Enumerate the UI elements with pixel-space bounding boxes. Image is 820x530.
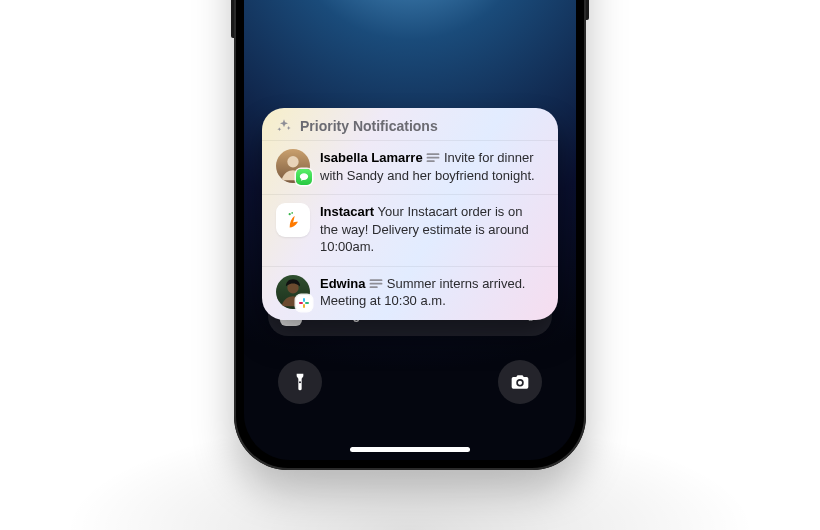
instacart-icon <box>276 203 310 237</box>
camera-button[interactable] <box>498 360 542 404</box>
notification-row[interactable]: Isabella Lamarre Invite for dinner with … <box>262 140 558 194</box>
camera-icon <box>510 372 530 392</box>
side-button[interactable] <box>586 0 589 20</box>
stage: Lia Longo Savita booked house… 41m ago P… <box>0 0 820 530</box>
svg-rect-12 <box>370 283 383 285</box>
priority-notifications-card[interactable]: Priority Notifications Isabella Lamarre <box>262 108 558 320</box>
phone-frame: Lia Longo Savita booked house… 41m ago P… <box>234 0 586 470</box>
svg-rect-7 <box>303 298 305 302</box>
svg-rect-11 <box>370 279 383 281</box>
svg-rect-10 <box>299 302 303 304</box>
volume-down-button[interactable] <box>231 0 234 38</box>
svg-rect-3 <box>427 160 435 162</box>
svg-point-0 <box>287 156 298 167</box>
notification-app-icon <box>276 149 310 183</box>
svg-rect-8 <box>305 302 309 304</box>
notification-row[interactable]: Edwina Summer interns arrived. Meeting a… <box>262 266 558 320</box>
notification-text: Isabella Lamarre Invite for dinner with … <box>320 149 544 184</box>
svg-point-4 <box>289 213 291 215</box>
notification-text: Instacart Your Instacart order is on the… <box>320 203 544 256</box>
card-header: Priority Notifications <box>262 108 558 140</box>
card-title: Priority Notifications <box>300 118 438 134</box>
notification-app-icon <box>276 203 310 237</box>
flashlight-icon <box>290 372 310 392</box>
messages-badge-icon <box>296 169 312 185</box>
notification-text: Edwina Summer interns arrived. Meeting a… <box>320 275 544 310</box>
svg-rect-2 <box>427 157 440 159</box>
svg-rect-9 <box>303 304 305 308</box>
svg-point-5 <box>291 212 293 214</box>
svg-rect-13 <box>370 286 378 288</box>
flashlight-button[interactable] <box>278 360 322 404</box>
svg-rect-1 <box>427 153 440 155</box>
notification-app-icon <box>276 275 310 309</box>
slack-badge-icon <box>296 295 312 311</box>
lock-screen: Lia Longo Savita booked house… 41m ago P… <box>244 0 576 460</box>
summary-icon <box>369 278 383 290</box>
home-indicator[interactable] <box>350 447 470 452</box>
sparkle-icon <box>276 118 292 134</box>
summary-icon <box>426 152 440 164</box>
notification-row[interactable]: Instacart Your Instacart order is on the… <box>262 194 558 266</box>
